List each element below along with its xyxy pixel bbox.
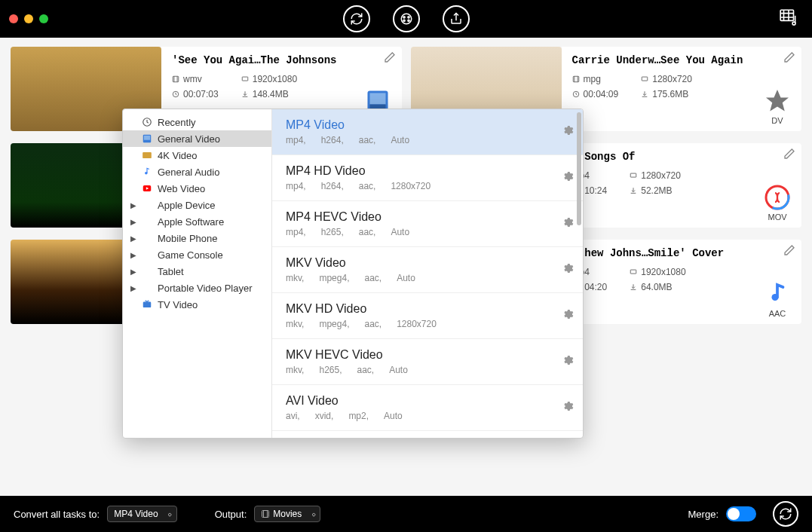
format-title: AVI Video <box>286 394 551 408</box>
edit-icon[interactable] <box>783 244 795 259</box>
file-format: mpg <box>572 74 619 84</box>
category-item[interactable]: General Audio <box>123 164 271 180</box>
category-label: TV Video <box>158 299 198 310</box>
category-item[interactable]: ▶Mobile Phone <box>123 230 271 246</box>
minimize-window-button[interactable] <box>24 14 33 23</box>
recent-icon <box>141 116 153 128</box>
edit-icon[interactable] <box>783 148 795 163</box>
format-item[interactable]: MKV HD Video mkv,mpeg4,aac,1280x720 <box>272 293 583 339</box>
svg-point-2 <box>407 17 409 18</box>
category-item[interactable]: ▶Game Console <box>123 246 271 263</box>
task-title: t Songs Of <box>572 151 792 163</box>
file-size: 148.4MB <box>241 89 297 99</box>
convert-all-select[interactable]: MP4 Video <box>107 506 176 522</box>
convert-tab-icon[interactable] <box>343 5 370 32</box>
svg-point-4 <box>407 20 409 21</box>
convert-all-label: Convert all tasks to: <box>14 509 100 520</box>
format-title: MKV Video <box>286 256 551 270</box>
svg-point-3 <box>403 20 404 21</box>
category-label: Apple Device <box>158 200 216 211</box>
category-item[interactable]: Web Video <box>123 180 271 197</box>
blank-icon <box>141 249 153 261</box>
gear-icon[interactable] <box>562 308 574 323</box>
svg-rect-26 <box>262 511 269 518</box>
merge-toggle[interactable] <box>726 506 756 521</box>
format-title: MP4 HD Video <box>286 164 551 178</box>
category-label: Tablet <box>158 266 184 277</box>
format-list: MP4 Video mp4,h264,aac,Auto MP4 HD Video… <box>272 109 583 438</box>
blank-icon <box>141 232 153 244</box>
category-label: Portable Video Player <box>158 283 253 294</box>
category-item[interactable]: ▶Apple Device <box>123 197 271 213</box>
format-details: mp4,h265,aac,Auto <box>286 227 551 237</box>
category-item[interactable]: ▶Portable Video Player <box>123 280 271 296</box>
category-item[interactable]: TV Video <box>123 296 271 313</box>
title-bar <box>0 0 812 38</box>
blank-icon <box>141 199 153 211</box>
output-format-button[interactable]: MOV <box>764 184 791 222</box>
category-item[interactable]: ▶Tablet <box>123 263 271 280</box>
format-details: avi,xvid,mp2,Auto <box>286 411 551 421</box>
format-details: mkv,mpeg4,aac,Auto <box>286 273 551 283</box>
format-item[interactable]: MP4 HD Video mp4,h264,aac,1280x720 <box>272 155 583 201</box>
task-title: Carrie Underw…See You Again <box>572 54 792 66</box>
svg-rect-25 <box>143 302 152 308</box>
output-label: Output: <box>215 509 247 520</box>
format-title: MP4 Video <box>286 118 551 132</box>
gear-icon[interactable] <box>562 400 574 415</box>
category-item[interactable]: Recently <box>123 114 271 130</box>
blank-icon <box>141 265 153 277</box>
edit-icon[interactable] <box>384 51 396 66</box>
svg-rect-14 <box>642 77 648 81</box>
category-item[interactable]: 4K Video <box>123 147 271 164</box>
format-item[interactable]: MP4 HEVC Video mp4,h265,aac,Auto <box>272 201 583 247</box>
merge-label: Merge: <box>688 509 719 520</box>
resolution: 1920x1080 <box>241 74 297 84</box>
category-list: RecentlyGeneral Video4K VideoGeneral Aud… <box>123 109 272 438</box>
format-picker-popover: RecentlyGeneral Video4K VideoGeneral Aud… <box>122 109 584 439</box>
duration: 00:04:09 <box>572 89 619 99</box>
svg-rect-16 <box>630 173 636 177</box>
task-title: 'See You Agai…The Johnsons <box>172 54 391 66</box>
svg-rect-5 <box>780 10 793 20</box>
file-format: wmv <box>172 74 219 84</box>
scrollbar-thumb[interactable] <box>577 112 581 225</box>
resolution: 1280x720 <box>641 74 692 84</box>
svg-rect-7 <box>173 76 179 82</box>
format-details: mp4,h264,aac,1280x720 <box>286 181 551 191</box>
edit-icon[interactable] <box>783 51 795 66</box>
category-item[interactable]: General Video <box>123 130 271 147</box>
web-icon <box>141 182 153 194</box>
gear-icon[interactable] <box>562 354 574 369</box>
output-format-button[interactable]: AAC <box>764 280 791 318</box>
gear-icon[interactable] <box>562 170 574 185</box>
blank-icon <box>141 216 153 228</box>
share-tab-icon[interactable] <box>443 5 470 32</box>
format-item[interactable]: MP4 Video mp4,h264,aac,Auto <box>272 109 583 155</box>
zoom-window-button[interactable] <box>39 14 48 23</box>
format-item[interactable]: AVI Video avi,xvid,mp2,Auto <box>272 385 583 431</box>
format-item[interactable]: MKV HEVC Video mkv,h265,aac,Auto <box>272 339 583 385</box>
format-details: mp4,h264,aac,Auto <box>286 135 551 145</box>
file-size: 175.6MB <box>641 89 692 99</box>
svg-point-1 <box>403 17 404 18</box>
category-label: General Video <box>158 133 220 145</box>
close-window-button[interactable] <box>9 14 18 23</box>
category-label: 4K Video <box>158 150 198 161</box>
format-item[interactable]: MKV Video mkv,mpeg4,aac,Auto <box>272 247 583 293</box>
category-item[interactable]: ▶Apple Software <box>123 213 271 230</box>
media-library-icon[interactable] <box>779 8 798 30</box>
gear-icon[interactable] <box>562 124 574 139</box>
4k-icon <box>141 149 153 161</box>
task-title: tthew Johns…Smile' Cover <box>572 247 792 259</box>
format-title: MP4 HEVC Video <box>286 210 551 224</box>
output-folder-select[interactable]: Movies <box>254 506 320 522</box>
tv-icon <box>141 298 153 310</box>
gear-icon[interactable] <box>562 216 574 231</box>
film-tab-icon[interactable] <box>393 5 420 32</box>
format-title: MKV HD Video <box>286 302 551 316</box>
format-title: MKV HEVC Video <box>286 348 551 362</box>
start-convert-button[interactable] <box>773 501 798 527</box>
output-format-button[interactable]: DV <box>764 87 791 125</box>
gear-icon[interactable] <box>562 262 574 277</box>
